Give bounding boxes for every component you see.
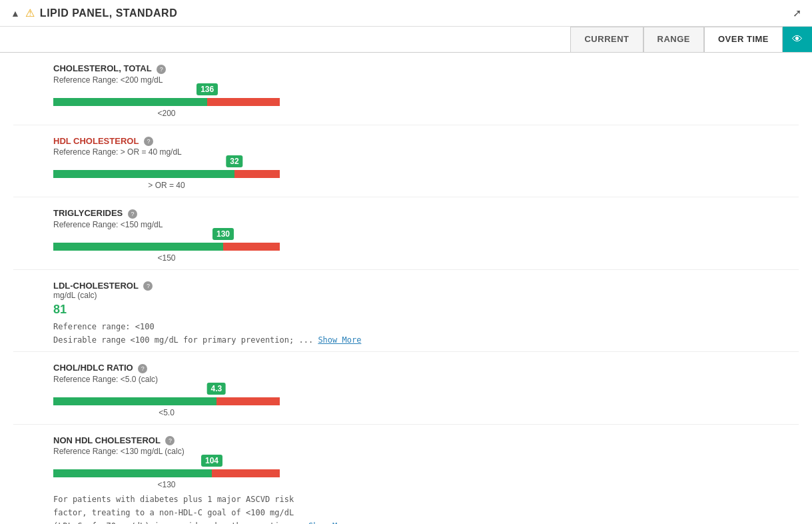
ref-label-chol-hdlc-ratio: <5.0 <box>53 408 280 417</box>
collapse-icon[interactable]: ▲ <box>11 8 20 19</box>
bar-red-chol-hdlc-ratio <box>216 397 280 405</box>
ref-range-hdl-cholesterol: Reference Range: > OR = 40 mg/dL <box>53 147 799 157</box>
lab-item-hdl-cholesterol: HDL CHOLESTEROL ? Reference Range: > OR … <box>13 125 799 198</box>
bar-track-hdl-cholesterol: 32 <box>53 170 280 178</box>
tab-bar: CURRENT RANGE OVER TIME 👁 <box>0 27 812 53</box>
bar-red-non-hdl-cholesterol <box>212 469 280 477</box>
bar-red-hdl-cholesterol <box>234 170 280 178</box>
lab-item-cholesterol-total: CHOLESTEROL, TOTAL ? Reference Range: <2… <box>13 53 799 125</box>
bar-green-non-hdl-cholesterol <box>53 469 212 477</box>
value-badge-chol-hdlc-ratio: 4.3 <box>206 383 226 395</box>
ref-label-cholesterol-total: <200 <box>53 109 280 118</box>
bar-section-hdl-cholesterol: 32 > OR = 40 <box>53 170 799 190</box>
warning-icon: ⚠ <box>25 7 35 19</box>
ref-range-non-hdl-cholesterol: Reference Range: <130 mg/dL (calc) <box>53 447 799 456</box>
non-hdl-note-line1: For patients with diabetes plus 1 major … <box>53 495 799 504</box>
lab-item-triglycerides: TRIGLYCERIDES ? Reference Range: <150 mg… <box>13 197 799 270</box>
ldl-ref-line1: Reference range: <100 <box>53 322 799 331</box>
bar-section-chol-hdlc-ratio: 4.3 <5.0 <box>53 397 799 417</box>
tab-over-time[interactable]: OVER TIME <box>704 27 783 52</box>
ref-range-triglycerides: Reference Range: <150 mg/dL <box>53 220 799 229</box>
help-icon-triglycerides[interactable]: ? <box>128 209 137 219</box>
help-icon-chol-hdlc-ratio[interactable]: ? <box>138 364 147 373</box>
ref-label-triglycerides: <150 <box>53 253 280 263</box>
value-badge-triglycerides: 130 <box>212 228 234 240</box>
ldl-unit: mg/dL (calc) <box>53 291 799 300</box>
bar-green-cholesterol-total <box>53 98 207 106</box>
non-hdl-note-line3: (LDL-C of <70 mg/dL) is considered a the… <box>53 521 799 524</box>
content-area: CHOLESTEROL, TOTAL ? Reference Range: <2… <box>0 53 812 524</box>
ref-label-non-hdl-cholesterol: <130 <box>53 480 280 489</box>
lab-name-triglycerides: TRIGLYCERIDES ? <box>53 208 799 219</box>
panel-title: LIPID PANEL, STANDARD <box>40 7 177 19</box>
bar-green-triglycerides <box>53 243 223 251</box>
non-hdl-note: For patients with diabetes plus 1 major … <box>53 495 799 524</box>
bar-green-chol-hdlc-ratio <box>53 397 216 405</box>
bar-section-triglycerides: 130 <150 <box>53 243 799 263</box>
bar-section-cholesterol-total: 136 <200 <box>53 98 799 118</box>
tab-current[interactable]: CURRENT <box>570 27 643 52</box>
bar-track-triglycerides: 130 <box>53 243 280 251</box>
lab-name-cholesterol-total: CHOLESTEROL, TOTAL ? <box>53 63 799 74</box>
bar-red-triglycerides <box>223 243 280 251</box>
non-hdl-show-more-link[interactable]: Show More <box>308 521 352 524</box>
bar-track-cholesterol-total: 136 <box>53 98 280 106</box>
value-badge-hdl-cholesterol: 32 <box>226 155 242 167</box>
bar-red-cholesterol-total <box>207 98 280 106</box>
non-hdl-note-line2: factor, treating to a non-HDL-C goal of … <box>53 508 799 517</box>
help-icon-non-hdl-cholesterol[interactable]: ? <box>165 436 175 445</box>
header-left: ▲ ⚠ LIPID PANEL, STANDARD <box>11 7 177 19</box>
lab-name-non-hdl-cholesterol: NON HDL CHOLESTEROL ? <box>53 435 799 446</box>
help-icon-cholesterol-total[interactable]: ? <box>157 65 166 74</box>
external-link-icon[interactable]: ➚ <box>793 7 801 19</box>
lab-name-hdl-cholesterol: HDL CHOLESTEROL ? <box>53 136 799 147</box>
lab-item-chol-hdlc-ratio: CHOL/HDLC RATIO ? Reference Range: <5.0 … <box>13 352 799 425</box>
ref-label-hdl-cholesterol: > OR = 40 <box>53 181 280 190</box>
help-icon-hdl-cholesterol[interactable]: ? <box>144 137 153 146</box>
tab-eye-button[interactable]: 👁 <box>783 27 812 52</box>
ldl-value: 81 <box>53 303 799 317</box>
bar-track-non-hdl-cholesterol: 104 <box>53 469 280 477</box>
help-icon-ldl-cholesterol[interactable]: ? <box>143 281 153 291</box>
lab-item-non-hdl-cholesterol: NON HDL CHOLESTEROL ? Reference Range: <… <box>13 425 799 524</box>
lab-name-chol-hdlc-ratio: CHOL/HDLC RATIO ? <box>53 363 799 373</box>
ref-range-cholesterol-total: Reference Range: <200 mg/dL <box>53 75 799 85</box>
lab-name-ldl-cholesterol: LDL-CHOLESTEROL ? <box>53 281 799 291</box>
value-badge-cholesterol-total: 136 <box>197 83 218 95</box>
ldl-show-more-link[interactable]: Show More <box>318 335 361 345</box>
bar-section-non-hdl-cholesterol: 104 <130 <box>53 469 799 489</box>
bar-green-hdl-cholesterol <box>53 170 234 178</box>
value-badge-non-hdl-cholesterol: 104 <box>201 455 222 467</box>
lab-item-ldl-cholesterol: LDL-CHOLESTEROL ? mg/dL (calc) 81 Refere… <box>13 270 799 353</box>
ref-range-chol-hdlc-ratio: Reference Range: <5.0 (calc) <box>53 375 799 384</box>
panel-header: ▲ ⚠ LIPID PANEL, STANDARD ➚ <box>0 0 812 27</box>
tab-range[interactable]: RANGE <box>643 27 704 52</box>
bar-track-chol-hdlc-ratio: 4.3 <box>53 397 280 405</box>
ldl-ref-line2: Desirable range <100 mg/dL for primary p… <box>53 335 799 345</box>
